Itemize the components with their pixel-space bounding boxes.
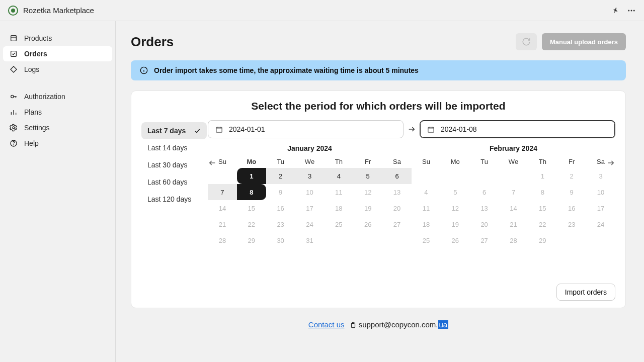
authorization-icon	[9, 93, 18, 101]
preset-option[interactable]: Last 60 days	[141, 173, 207, 191]
sidebar-item-products[interactable]: Products	[3, 31, 112, 46]
calendar-day[interactable]: 16	[557, 200, 586, 216]
calendar-day[interactable]: 29	[237, 232, 266, 248]
sidebar-item-logs[interactable]: Logs	[3, 62, 112, 77]
preset-label: Last 30 days	[147, 161, 187, 169]
calendar-day[interactable]: 5	[441, 184, 470, 200]
card-title: Select the period for which orders will …	[141, 100, 615, 112]
sidebar-item-authorization[interactable]: Authorization	[3, 89, 112, 104]
preset-option[interactable]: Last 14 days	[141, 139, 207, 156]
manual-upload-button[interactable]: Manual upload orders	[542, 33, 626, 50]
calendar-day[interactable]: 4	[412, 184, 441, 200]
calendar-day[interactable]: 17	[295, 200, 325, 216]
date-picker-card: Select the period for which orders will …	[131, 90, 626, 308]
calendar-day[interactable]: 6	[382, 168, 412, 184]
support-email-prefix: support@copycon.com.	[359, 320, 438, 329]
calendar-day[interactable]: 28	[499, 232, 528, 248]
calendar-day[interactable]: 27	[382, 216, 412, 232]
sidebar-item-label: Orders	[24, 50, 47, 58]
end-date-input[interactable]: 2024-01-08	[420, 120, 615, 138]
calendar-day[interactable]: 3	[586, 168, 615, 184]
calendar-day[interactable]: 7	[499, 184, 528, 200]
pin-icon[interactable]	[612, 7, 620, 15]
import-orders-button[interactable]: Import orders	[556, 284, 615, 301]
calendar-day[interactable]: 13	[470, 200, 499, 216]
chevron-left-icon	[208, 159, 216, 167]
calendar-day[interactable]: 27	[470, 232, 499, 248]
sidebar-item-help[interactable]: Help	[3, 136, 112, 151]
calendar-day[interactable]: 26	[353, 216, 382, 232]
calendar-day[interactable]: 2	[557, 168, 586, 184]
calendar-day[interactable]: 9	[557, 184, 586, 200]
calendar-day[interactable]: 21	[208, 216, 237, 232]
settings-icon	[9, 124, 18, 132]
calendar-day[interactable]: 31	[295, 232, 325, 248]
calendar-day[interactable]: 13	[382, 184, 412, 200]
calendar-day[interactable]: 8	[237, 184, 266, 200]
calendar-day[interactable]: 30	[266, 232, 295, 248]
calendar-day[interactable]: 23	[557, 216, 586, 232]
calendar-day[interactable]: 11	[412, 200, 441, 216]
sidebar-item-settings[interactable]: Settings	[3, 120, 112, 135]
calendar-day[interactable]: 20	[470, 216, 499, 232]
refresh-button[interactable]	[516, 33, 537, 50]
calendar-day[interactable]: 25	[412, 232, 441, 248]
calendar-day[interactable]: 5	[353, 168, 382, 184]
calendar-day[interactable]: 16	[266, 200, 295, 216]
calendar-day[interactable]: 26	[441, 232, 470, 248]
calendar-day[interactable]: 2	[266, 168, 295, 184]
preset-label: Last 14 days	[147, 144, 187, 152]
calendar-day[interactable]: 15	[528, 200, 557, 216]
calendar-day[interactable]: 8	[528, 184, 557, 200]
calendar-day[interactable]: 9	[266, 184, 295, 200]
calendar-day[interactable]: 20	[382, 200, 412, 216]
svg-rect-20	[216, 127, 222, 132]
calendar-day[interactable]: 17	[586, 200, 615, 216]
calendar-day[interactable]: 22	[237, 216, 266, 232]
more-icon[interactable]	[627, 6, 636, 15]
calendar-day[interactable]: 4	[324, 168, 353, 184]
sidebar-item-orders[interactable]: Orders	[3, 46, 112, 61]
calendar-day[interactable]: 22	[528, 216, 557, 232]
sidebar-item-label: Authorization	[24, 93, 65, 101]
calendar-day[interactable]: 7	[208, 184, 237, 200]
help-icon	[9, 139, 18, 147]
end-date-value: 2024-01-08	[441, 125, 477, 133]
contact-link[interactable]: Contact us	[308, 320, 345, 329]
calendar-day[interactable]: 11	[324, 184, 353, 200]
calendar-day[interactable]: 24	[295, 216, 325, 232]
calendar-day[interactable]: 19	[353, 200, 382, 216]
calendar-day[interactable]: 18	[412, 216, 441, 232]
support-email-highlight: ua	[438, 320, 449, 329]
calendar-day[interactable]: 10	[586, 184, 615, 200]
calendar-day[interactable]: 10	[295, 184, 325, 200]
calendar-day[interactable]: 3	[295, 168, 325, 184]
calendar-day[interactable]: 28	[208, 232, 237, 248]
sidebar-item-label: Products	[24, 34, 52, 42]
calendar-day[interactable]: 25	[324, 216, 353, 232]
calendar-day[interactable]: 15	[237, 200, 266, 216]
calendar-day[interactable]: 24	[586, 216, 615, 232]
preset-option[interactable]: Last 120 days	[141, 191, 207, 208]
calendar-day[interactable]: 14	[208, 200, 237, 216]
dow-label: Fr	[557, 155, 586, 168]
dow-label: Th	[528, 155, 557, 168]
chevron-right-icon	[607, 159, 615, 167]
calendar-day[interactable]: 14	[499, 200, 528, 216]
calendar-day[interactable]: 21	[499, 216, 528, 232]
calendar-day[interactable]: 29	[528, 232, 557, 248]
preset-option[interactable]: Last 30 days	[141, 156, 207, 173]
calendar-day[interactable]: 1	[528, 168, 557, 184]
calendar-day[interactable]: 19	[441, 216, 470, 232]
calendar-day[interactable]: 18	[324, 200, 353, 216]
preset-option[interactable]: Last 7 days	[141, 122, 207, 139]
calendar-day[interactable]: 12	[441, 200, 470, 216]
start-date-input[interactable]: 2024-01-01	[208, 120, 404, 138]
sidebar-item-plans[interactable]: Plans	[3, 105, 112, 120]
calendar-day[interactable]: 1	[237, 168, 266, 184]
calendar-day[interactable]: 12	[353, 184, 382, 200]
calendar-day[interactable]: 23	[266, 216, 295, 232]
calendar-day[interactable]: 6	[470, 184, 499, 200]
orders-icon	[9, 50, 18, 58]
svg-rect-5	[11, 51, 17, 57]
